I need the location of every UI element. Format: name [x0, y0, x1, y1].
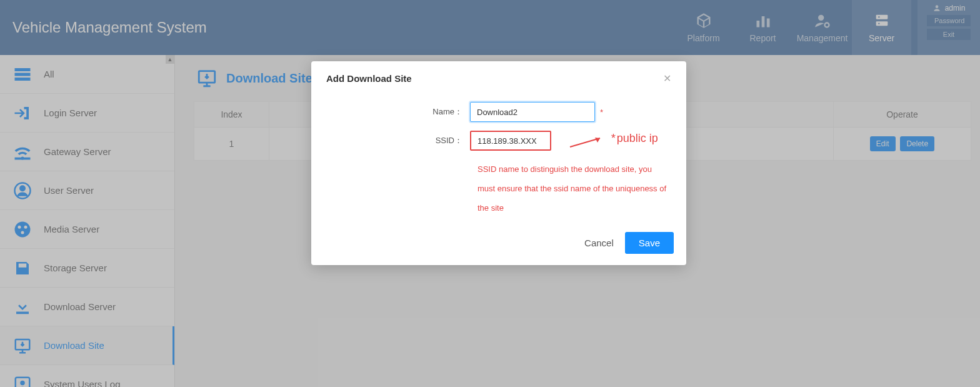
ssid-help-text: SSID name to distinguish the download si… [478, 159, 671, 218]
name-input[interactable] [470, 102, 595, 122]
modal-title: Add Download Site [326, 73, 412, 84]
svg-line-24 [570, 138, 600, 147]
public-ip-annotation: *public ip [610, 132, 658, 145]
modal-footer: Cancel Save [311, 223, 686, 265]
ssid-input[interactable] [470, 131, 551, 151]
save-button[interactable]: Save [625, 232, 674, 254]
ssid-label: SSID： [326, 135, 470, 146]
form-row-ssid: SSID： *public ip [326, 131, 671, 151]
modal-header: Add Download Site ✕ [311, 61, 686, 96]
cancel-button[interactable]: Cancel [584, 238, 614, 248]
form-row-name: Name： * [326, 102, 671, 122]
close-icon[interactable]: ✕ [663, 73, 671, 84]
arrow-icon [569, 134, 606, 149]
add-download-site-modal: Add Download Site ✕ Name： * SSID： *publi… [311, 61, 686, 265]
modal-body: Name： * SSID： *public ip SSID name to di… [311, 96, 686, 223]
name-label: Name： [326, 106, 470, 118]
required-star: * [600, 108, 603, 117]
